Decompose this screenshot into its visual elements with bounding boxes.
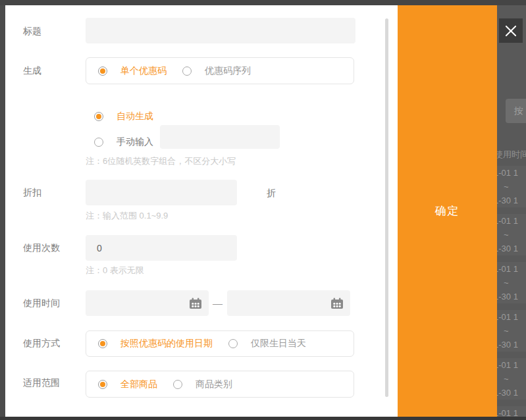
table-row: 1-01 1 ~ 1-30 1 xyxy=(497,166,526,207)
title-input[interactable] xyxy=(86,18,355,43)
overlay-top-strip xyxy=(0,0,526,5)
radio-code-series[interactable] xyxy=(182,66,192,76)
option-label-all-products[interactable]: 全部商品 xyxy=(120,379,157,390)
coupon-dialog: 标题 生成 单个优惠码 优惠码序列 自动生成 手动输入 注：6位随机英数字组合，… xyxy=(5,5,398,417)
date-range-end: 1-30 1 xyxy=(497,386,526,400)
table-column-header-usage-time: 使用时间 xyxy=(497,149,526,161)
close-button[interactable] xyxy=(499,18,523,43)
date-range-end: 1-30 1 xyxy=(497,194,526,207)
generate-note: 注：6位随机英数字组合，不区分大小写 xyxy=(86,155,236,167)
end-date-input[interactable] xyxy=(227,290,350,316)
radio-product-category[interactable] xyxy=(173,380,182,389)
date-range-separator: ~ xyxy=(504,372,526,386)
option-label-birthday-only[interactable]: 仅限生日当天 xyxy=(251,338,306,350)
radio-all-products[interactable] xyxy=(98,380,107,389)
field-label-generate: 生成 xyxy=(23,65,41,76)
dialog-scrollbar[interactable] xyxy=(385,18,388,397)
table-row: 1-01 1 ~ 1-30 1 xyxy=(497,262,526,303)
date-range-separator: ~ xyxy=(504,228,526,242)
confirm-button[interactable]: 确定 xyxy=(398,5,497,417)
option-label-by-coupon-date[interactable]: 按照优惠码的使用日期 xyxy=(120,338,213,350)
field-label-discount: 折扣 xyxy=(23,187,41,197)
date-range-end: 1-30 1 xyxy=(497,290,526,303)
field-label-title: 标题 xyxy=(23,26,41,36)
option-label-manual-input[interactable]: 手动输入 xyxy=(117,136,153,148)
radio-manual-input[interactable] xyxy=(94,138,103,147)
filter-button[interactable]: 按 xyxy=(506,99,526,123)
calendar-icon xyxy=(330,298,344,309)
close-icon xyxy=(504,24,518,38)
date-range-start: 1-01 1 xyxy=(497,310,526,324)
confirm-label: 确定 xyxy=(435,203,460,219)
date-range-end: 1-30 1 xyxy=(497,338,526,352)
usage-count-note: 注：0 表示无限 xyxy=(86,265,144,276)
field-label-usage-method: 使用方式 xyxy=(23,338,60,348)
table-row: 1-01 1 ~ 1-30 1 xyxy=(497,310,526,352)
field-label-scope: 适用范围 xyxy=(23,377,60,388)
date-range-separator: ~ xyxy=(504,180,526,194)
date-range-start: 1-01 1 xyxy=(497,262,526,276)
radio-auto-generate[interactable] xyxy=(94,112,103,121)
discount-note: 注：输入范围 0.1~9.9 xyxy=(86,210,168,222)
field-label-usage-count: 使用次数 xyxy=(23,242,60,253)
date-range-start: 1-01 1 xyxy=(497,166,526,180)
auto-generate-option: 自动生成 xyxy=(94,107,153,126)
option-label-code-series[interactable]: 优惠码序列 xyxy=(205,65,251,77)
field-label-usage-time: 使用时间 xyxy=(23,298,60,308)
usage-count-input[interactable] xyxy=(86,235,237,261)
radio-single-code[interactable] xyxy=(98,66,107,76)
date-range-dash: — xyxy=(213,298,223,309)
usage-method-group: 按照优惠码的使用日期 仅限生日当天 xyxy=(86,330,354,357)
generate-type-group: 单个优惠码 优惠码序列 xyxy=(86,57,354,84)
scope-group: 全部商品 商品类别 xyxy=(86,371,354,398)
table-row: 1-01 1 ~ 1-30 1 xyxy=(497,214,526,255)
background-page: 按 使用时间 1-01 1 ~ 1-30 1 1-01 1 ~ 1-30 1 1… xyxy=(497,0,526,420)
manual-code-input[interactable] xyxy=(160,125,280,149)
date-range-separator: ~ xyxy=(504,276,526,290)
date-range-separator: ~ xyxy=(504,324,526,338)
manual-input-option: 手动输入 xyxy=(94,132,153,152)
option-label-auto-generate[interactable]: 自动生成 xyxy=(117,111,153,122)
start-date-input[interactable] xyxy=(86,290,209,316)
date-range-end: 1-30 1 xyxy=(497,242,526,255)
radio-birthday-only[interactable] xyxy=(228,339,238,348)
option-label-single-code[interactable]: 单个优惠码 xyxy=(120,65,167,77)
calendar-icon xyxy=(189,298,202,309)
radio-by-coupon-date[interactable] xyxy=(98,339,107,348)
option-label-product-category[interactable]: 商品类别 xyxy=(196,379,232,390)
date-range-start: 1-01 1 xyxy=(497,214,526,228)
discount-input[interactable] xyxy=(86,180,237,205)
table-row: 1-01 1 ~ 1-30 1 xyxy=(497,358,526,400)
overlay-bottom-strip xyxy=(0,417,526,420)
date-range-start: 1-01 1 xyxy=(497,358,526,372)
discount-unit: 折 xyxy=(267,188,276,199)
